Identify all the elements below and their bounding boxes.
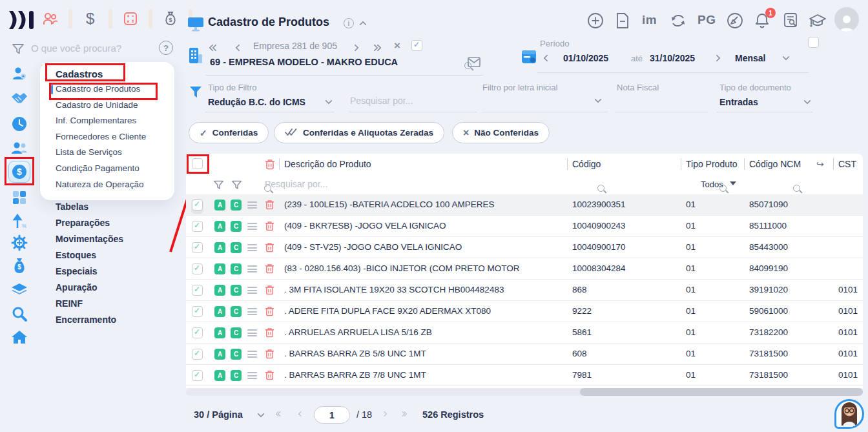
sidebar-section-reinf[interactable]: REINF bbox=[56, 298, 83, 309]
first-page-icon[interactable] bbox=[276, 412, 282, 416]
tipo-documento-value[interactable]: Entradas bbox=[719, 97, 758, 107]
badge-a[interactable]: A bbox=[214, 200, 225, 211]
drag-handle-icon[interactable] bbox=[247, 223, 257, 230]
sidebar-section-encerramento[interactable]: Encerramento bbox=[56, 314, 116, 325]
filter-icon[interactable] bbox=[12, 43, 25, 58]
submenu-item[interactable]: Inf. Complementares bbox=[56, 116, 136, 125]
sidebar-section-tabelas[interactable]: Tabelas bbox=[56, 201, 88, 212]
col-header-cst[interactable]: CST bbox=[838, 154, 856, 174]
table-row[interactable]: A C . ARRUELAS ARRUELA LISA 5/16 ZB 5861… bbox=[186, 322, 863, 344]
horizontal-scrollbar-thumb[interactable] bbox=[580, 388, 863, 396]
per-page-select[interactable]: 30 / Página bbox=[194, 409, 243, 420]
trending-up-icon[interactable]: % bbox=[10, 212, 28, 230]
row-checkbox[interactable] bbox=[192, 327, 203, 338]
select-all-checkbox[interactable] bbox=[192, 158, 203, 169]
badge-a[interactable]: A bbox=[214, 349, 225, 360]
notifications-bell-icon[interactable]: 1 bbox=[753, 12, 771, 30]
row-checkbox[interactable] bbox=[192, 200, 203, 211]
period-start[interactable]: 01/10/2025 bbox=[563, 53, 608, 63]
next-period-icon[interactable] bbox=[713, 54, 720, 61]
badge-c[interactable]: C bbox=[231, 263, 242, 274]
badge-c[interactable]: C bbox=[231, 306, 242, 317]
badge-a[interactable]: A bbox=[214, 285, 225, 296]
tipo-documento-chevron-icon[interactable] bbox=[803, 97, 811, 104]
currency-icon[interactable]: $ bbox=[81, 10, 99, 28]
badge-c[interactable]: C bbox=[231, 349, 242, 360]
search-blue-icon[interactable] bbox=[10, 305, 28, 323]
filter-search-input[interactable] bbox=[350, 96, 466, 106]
last-company-icon[interactable] bbox=[372, 45, 380, 50]
conferidas-zeradas-button[interactable]: Conferidas e Aliquotas Zeradas bbox=[274, 122, 444, 143]
ncm-arrow-icon[interactable]: ↪ bbox=[816, 159, 824, 169]
company-checkbox[interactable] bbox=[411, 40, 422, 51]
table-row[interactable]: A C (83 - 0280.156.403) -BICO INJETOR (C… bbox=[186, 258, 863, 280]
prev-company-icon[interactable] bbox=[235, 44, 242, 51]
col-header-tipo-produto[interactable]: Tipo Produto bbox=[686, 154, 738, 174]
letra-filter-chevron-icon[interactable] bbox=[594, 96, 601, 103]
delete-row-icon[interactable] bbox=[265, 327, 274, 340]
prev-page-icon[interactable] bbox=[298, 411, 304, 417]
badge-c[interactable]: C bbox=[231, 200, 242, 211]
im-icon[interactable]: im bbox=[642, 13, 657, 27]
clear-company-icon[interactable]: × bbox=[394, 39, 400, 52]
period-mode-chevron-icon[interactable] bbox=[782, 53, 789, 60]
user-settings-icon[interactable] bbox=[10, 65, 28, 83]
sidebar-section-especiais[interactable]: Especiais bbox=[56, 266, 98, 276]
delete-row-icon[interactable] bbox=[265, 349, 274, 362]
nao-conferidas-button[interactable]: × Não Conferidas bbox=[452, 122, 550, 143]
submenu-item[interactable]: Condição Pagamento bbox=[56, 163, 140, 173]
training-cap-icon[interactable] bbox=[809, 12, 827, 30]
mail-icon[interactable] bbox=[468, 57, 480, 70]
sidebar-item-fiscal-active[interactable]: $ bbox=[8, 160, 31, 183]
submenu-item[interactable]: Cadastro de Produtos bbox=[56, 84, 140, 94]
drag-handle-icon[interactable] bbox=[247, 244, 257, 251]
clock-icon[interactable] bbox=[10, 115, 28, 133]
badge-a[interactable]: A bbox=[214, 242, 225, 253]
sidebar-section-movimentações[interactable]: Movimentações bbox=[56, 234, 123, 244]
home-icon[interactable] bbox=[10, 328, 28, 346]
tipo-produto-filter-caret-icon[interactable] bbox=[730, 181, 736, 185]
drag-handle-icon[interactable] bbox=[247, 287, 257, 294]
drag-handle-icon[interactable] bbox=[247, 201, 257, 209]
clients-icon[interactable] bbox=[41, 10, 59, 28]
descricao-search-input[interactable] bbox=[265, 179, 459, 189]
period-checkbox[interactable] bbox=[808, 37, 819, 48]
badge-a[interactable]: A bbox=[214, 306, 225, 317]
money-bag-icon[interactable]: $ bbox=[161, 10, 180, 28]
col-header-codigo[interactable]: Código bbox=[572, 154, 601, 174]
badge-c[interactable]: C bbox=[231, 221, 242, 232]
refresh-icon[interactable] bbox=[669, 12, 687, 30]
badge-a[interactable]: A bbox=[214, 263, 225, 274]
app-logo[interactable] bbox=[8, 10, 36, 32]
table-row[interactable]: A C . BARRAS BARRA ZB 5/8 UNC 1MT 608 01… bbox=[186, 344, 863, 365]
sidebar-section-estoques[interactable]: Estoques bbox=[56, 250, 96, 260]
document-icon[interactable] bbox=[614, 12, 632, 30]
gear-icon[interactable] bbox=[10, 234, 28, 252]
submenu-item[interactable]: Lista de Serviços bbox=[56, 147, 122, 157]
drag-handle-icon[interactable] bbox=[247, 372, 257, 379]
badge-c[interactable]: C bbox=[231, 242, 242, 253]
calculator-blue-icon[interactable] bbox=[10, 189, 28, 207]
conferidas-button[interactable]: ✓ Conferidas bbox=[189, 122, 269, 143]
badge-c[interactable]: C bbox=[231, 370, 242, 381]
prev-period-icon[interactable] bbox=[543, 54, 550, 61]
delete-row-icon[interactable] bbox=[265, 263, 274, 276]
table-row[interactable]: A C (409 - ST-V25) -JOGO CABO VELA IGNIC… bbox=[186, 237, 863, 258]
horizontal-scrollbar-track[interactable] bbox=[186, 388, 863, 396]
table-row[interactable]: A C . 3M FITA ISOLANTE 19X20 33 SCOTCH H… bbox=[186, 280, 863, 301]
people-icon[interactable] bbox=[10, 139, 28, 157]
tipo-produto-filter-value[interactable]: Todos bbox=[701, 180, 723, 189]
tipo-filtro-chevron-icon[interactable] bbox=[325, 97, 332, 104]
global-search-input[interactable] bbox=[31, 43, 154, 54]
support-chat-avatar[interactable] bbox=[834, 399, 864, 429]
page-number-input[interactable] bbox=[314, 406, 350, 424]
row-checkbox[interactable] bbox=[192, 349, 203, 360]
badge-a[interactable]: A bbox=[214, 327, 225, 338]
row-filter-funnel-icon[interactable] bbox=[213, 180, 224, 193]
delete-row-icon[interactable] bbox=[265, 370, 274, 383]
period-end[interactable]: 31/10/2025 bbox=[650, 53, 695, 63]
col-header-ncm[interactable]: Código NCM bbox=[749, 154, 801, 174]
last-page-icon[interactable] bbox=[400, 412, 406, 416]
codigo-search-icon[interactable] bbox=[597, 185, 604, 192]
badge-c[interactable]: C bbox=[231, 327, 242, 338]
